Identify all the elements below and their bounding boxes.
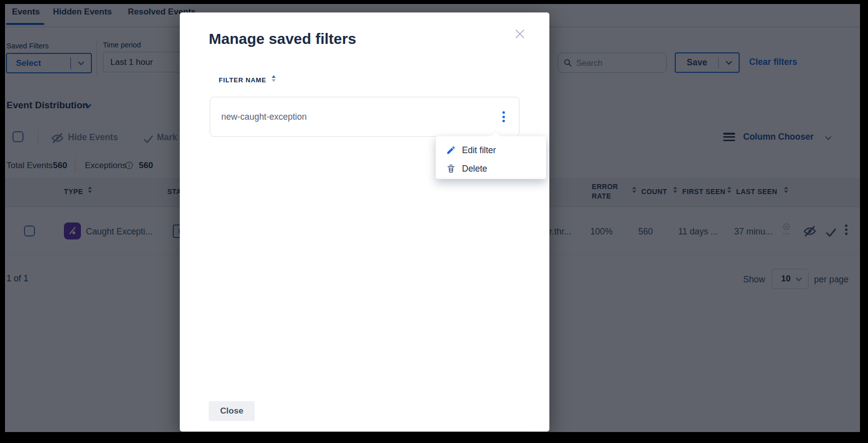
pencil-icon: [446, 145, 456, 155]
sort-icon[interactable]: [272, 75, 276, 82]
filter-kebab-menu-icon[interactable]: [502, 111, 505, 122]
trash-icon: [446, 164, 456, 174]
menu-item-label: Delete: [462, 164, 487, 174]
menu-item-edit-filter[interactable]: Edit filter: [436, 141, 547, 159]
saved-filter-row: new-caught-exception: [210, 97, 519, 137]
menu-item-delete[interactable]: Delete: [436, 160, 547, 178]
modal-close-footer-button[interactable]: Close: [209, 401, 255, 421]
close-icon: [513, 27, 526, 40]
filter-actions-menu: Edit filter Delete: [435, 136, 546, 179]
modal-title: Manage saved filters: [209, 30, 356, 47]
modal-close-button[interactable]: [511, 25, 528, 42]
menu-item-label: Edit filter: [462, 145, 496, 156]
saved-filter-name: new-caught-exception: [221, 112, 502, 122]
filter-name-column-header[interactable]: FILTER NAME: [219, 76, 266, 84]
manage-saved-filters-modal: Manage saved filters FILTER NAME new-cau…: [180, 12, 549, 432]
screenshot-frame: Events Hidden Events Resolved Events Sav…: [0, 0, 868, 443]
